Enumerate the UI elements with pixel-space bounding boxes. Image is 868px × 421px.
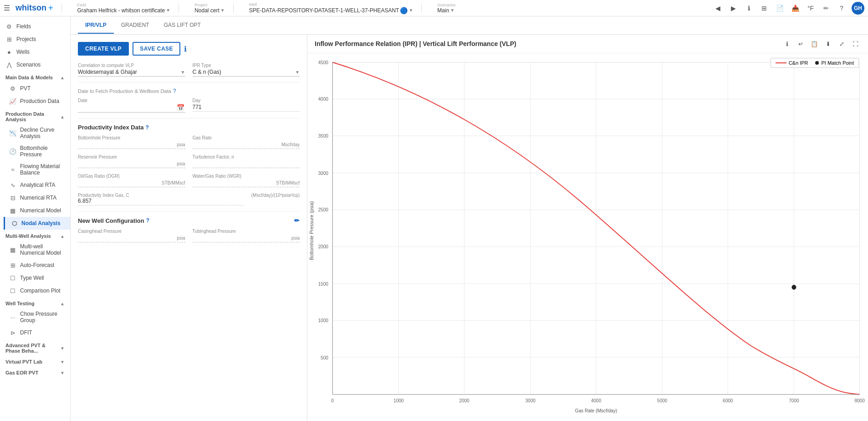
ipr-type-dropdown[interactable]: C & n (Gas) ▼ <box>193 69 300 77</box>
pi-gas-unit: (Mscf/day)/(10⁶psia²/cp) <box>251 193 300 205</box>
save-case-button[interactable]: SAVE CASE <box>133 42 180 56</box>
sidebar-item-numerical-rta[interactable]: ⊟ Numerical RTA <box>4 191 70 204</box>
tab-gradient[interactable]: GRADIENT <box>114 17 157 34</box>
sidebar-item-dfit[interactable]: ⊳ DFIT <box>4 326 70 339</box>
bottomhole-pressure-input[interactable]: 1292.11 <box>78 141 175 148</box>
tab-gas-lift-opt[interactable]: GAS LIFT OPT <box>157 17 208 34</box>
tab-ipr-vlp[interactable]: IPR/VLP <box>78 17 114 34</box>
pi-help-icon[interactable]: ? <box>145 124 148 131</box>
svg-text:1000: 1000 <box>318 318 328 323</box>
section-virtual-pvt[interactable]: Virtual PVT Lab ▼ <box>0 355 70 366</box>
main-layout: ⚙ Fields ⊞ Projects ● Wells ⋀ Scenarios … <box>0 16 868 421</box>
chart-legend: C&n IPR PI Match Point <box>771 58 859 68</box>
sidebar-item-chow-pressure[interactable]: ··· Chow Pressure Group <box>4 308 70 326</box>
chart-copy-button[interactable]: 📋 <box>809 38 820 49</box>
sidebar-item-auto-forecast[interactable]: ⊞ Auto-Forecast <box>4 259 70 272</box>
sidebar-item-numerical-model[interactable]: ▦ Numerical Model <box>4 204 70 217</box>
grid-button[interactable]: ⊞ <box>759 3 770 14</box>
sidebar-item-scenarios[interactable]: ⋀ Scenarios <box>0 58 70 71</box>
well-dropdown[interactable]: SPE-DATA-REPOSITORY-DATASET-1-WELL-37-PH… <box>249 7 414 14</box>
chart-toolbar: ℹ ↵ 📋 ⬇ ⤢ ⛶ <box>781 38 861 49</box>
info-icon[interactable]: ℹ <box>184 45 187 53</box>
calendar-button[interactable]: 📅 <box>176 104 185 111</box>
reservoir-pressure-input[interactable]: 4450 <box>78 160 175 167</box>
chart-fullscreen-button[interactable]: ⛶ <box>850 38 861 49</box>
production-data-icon: 📈 <box>9 98 16 105</box>
download-button[interactable]: 📥 <box>790 3 801 14</box>
ogr-group: Oil/Gas Ratio (OGR) 0 STB/MMscf <box>78 174 185 187</box>
chart-area: Inflow Performance Relation (IPR) | Vert… <box>307 35 868 421</box>
scenarios-dropdown[interactable]: Main ▼ <box>437 7 455 14</box>
help-button[interactable]: ? <box>836 3 847 14</box>
svg-text:4000: 4000 <box>318 97 328 102</box>
topbar: ☰ whitson+ Field Graham Helfrick - whits… <box>0 0 868 16</box>
chevron-icon4: ▲ <box>60 301 65 306</box>
chart-expand-button[interactable]: ⤢ <box>836 38 847 49</box>
new-well-edit-button[interactable]: ✏ <box>294 217 300 224</box>
svg-text:0: 0 <box>331 398 334 403</box>
section-production-analysis[interactable]: Production Data Analysis ▲ <box>0 108 70 124</box>
svg-text:1500: 1500 <box>318 281 328 286</box>
sidebar-item-type-well[interactable]: ☐ Type Well <box>4 272 70 284</box>
pi-row3: Oil/Gas Ratio (OGR) 0 STB/MMscf Water/Ga… <box>78 174 300 187</box>
forward-button[interactable]: ▶ <box>728 3 739 14</box>
sidebar-item-multi-well-numerical[interactable]: ▦ Multi-well Numerical Model <box>4 241 70 259</box>
chart-enter-button[interactable]: ↵ <box>795 38 806 49</box>
sidebar-item-decline-curve[interactable]: 📉 Decline Curve Analysis <box>4 124 70 142</box>
sidebar-item-production-data[interactable]: 📈 Production Data <box>4 95 70 108</box>
chart-download-button[interactable]: ⬇ <box>822 38 833 49</box>
date-help-icon[interactable]: ? <box>173 88 176 94</box>
day-label: Day <box>193 98 300 103</box>
nodal-analysis-icon: ⬡ <box>10 220 18 227</box>
wells-icon: ● <box>5 48 13 56</box>
sidebar-item-analytical-rta[interactable]: ∿ Analytical RTA <box>4 179 70 191</box>
create-vlp-button[interactable]: CREATE VLP <box>78 42 129 56</box>
pi-row1: Bottomhole Pressure 1292.11 psia Gas Rat… <box>78 135 300 149</box>
sidebar-item-fields[interactable]: ⚙ Fields <box>0 20 70 33</box>
turbulence-input[interactable]: 1 <box>193 160 300 167</box>
section-main-data[interactable]: Main Data & Models ▲ <box>0 71 70 82</box>
flowing-material-icon: ≈ <box>9 166 16 173</box>
project-dropdown[interactable]: Nodal cert ▼ <box>194 7 225 14</box>
chart-header: Inflow Performance Relation (IPR) | Vert… <box>307 35 868 53</box>
section-gas-eor[interactable]: Gas EOR PVT ▼ <box>0 366 70 377</box>
ogr-input[interactable]: 0 <box>78 180 160 186</box>
divider1 <box>78 82 300 82</box>
section-multi-well[interactable]: Multi-Well Analysis ▲ <box>0 230 70 241</box>
section-well-testing[interactable]: Well Testing ▲ <box>0 297 70 308</box>
sidebar-item-nodal-analysis[interactable]: ⬡ Nodal Analysis <box>4 217 70 230</box>
left-panel: CREATE VLP SAVE CASE ℹ Correlation to co… <box>71 35 307 421</box>
back-button[interactable]: ◀ <box>712 3 723 14</box>
new-well-help-icon[interactable]: ? <box>146 217 149 224</box>
temperature-button[interactable]: °F <box>805 3 816 14</box>
correlation-dropdown[interactable]: Woldesemayat & Ghajar ▼ <box>78 69 185 77</box>
document-button[interactable]: 📄 <box>774 3 785 14</box>
correlation-group: Correlation to compute VLP Woldesemayat … <box>78 63 185 77</box>
casinghead-input[interactable]: 967.95 <box>78 235 175 241</box>
scenarios-selector: Scenarios Main ▼ <box>437 3 455 14</box>
field-dropdown[interactable]: Graham Helfrick - whitson certificate ▼ <box>77 7 171 14</box>
bottomhole-pressure-group: Bottomhole Pressure 1292.11 psia <box>78 135 185 149</box>
chart-info-button[interactable]: ℹ <box>781 38 792 49</box>
section-advanced-pvt[interactable]: Advanced PVT & Phase Beha... ▼ <box>0 339 70 355</box>
info-button[interactable]: ℹ <box>743 3 754 14</box>
numerical-model-icon: ▦ <box>9 207 16 214</box>
wgr-input[interactable]: 0.07 <box>193 180 275 186</box>
sidebar-item-bottomhole[interactable]: 🕐 Bottomhole Pressure <box>4 142 70 160</box>
filter-icon: 🔵 <box>400 7 408 14</box>
sidebar-item-pvt[interactable]: ⚙ PVT <box>4 82 70 95</box>
date-group: Date 9 Feb. 2021 00:00 📅 <box>78 98 185 113</box>
sidebar-item-flowing-material[interactable]: ≈ Flowing Material Balance <box>4 160 70 179</box>
tubinghead-input[interactable]: 0 <box>193 235 290 241</box>
date-input-wrap: 9 Feb. 2021 00:00 📅 <box>78 104 185 113</box>
date-input[interactable]: 9 Feb. 2021 00:00 <box>78 104 176 111</box>
sidebar-item-projects[interactable]: ⊞ Projects <box>0 33 70 46</box>
separator4 <box>421 4 422 13</box>
settings-button[interactable]: ✏ <box>821 3 832 14</box>
user-avatar[interactable]: GH <box>852 2 864 15</box>
sidebar-item-comparison-plot[interactable]: ☐ Comparison Plot <box>4 284 70 297</box>
hamburger-icon[interactable]: ☰ <box>4 4 10 12</box>
gas-rate-input[interactable]: 7081.71 <box>193 141 280 148</box>
day-group: Day 771 <box>193 98 300 113</box>
sidebar-item-wells[interactable]: ● Wells <box>0 46 70 58</box>
